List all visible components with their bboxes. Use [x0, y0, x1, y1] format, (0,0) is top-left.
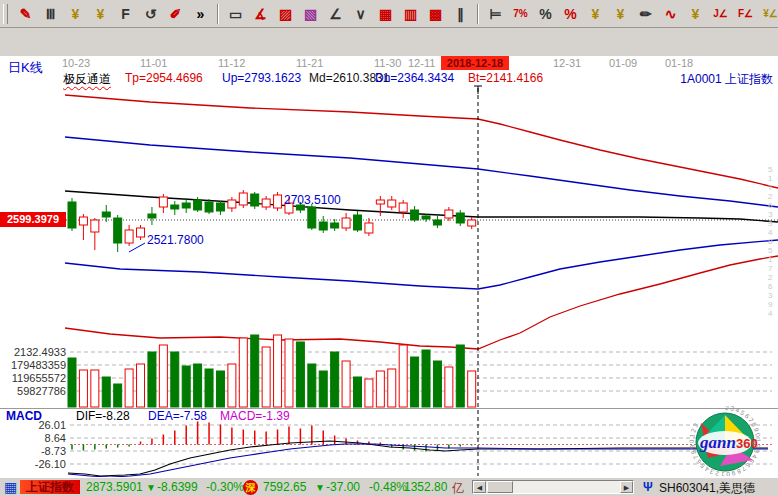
spiral-icon[interactable]: ↺: [139, 3, 162, 25]
scrollbar-thumb[interactable]: [487, 481, 513, 493]
price-grid-icon[interactable]: ▩: [424, 3, 447, 25]
j-angle-icon[interactable]: J∠: [709, 3, 732, 25]
candle-body: [399, 203, 407, 212]
percent-icon[interactable]: %: [534, 3, 557, 25]
candle-body: [422, 216, 430, 219]
sz-index-change-pct: -0.48%: [369, 480, 407, 494]
candle-body: [365, 223, 373, 233]
f-angle-icon-glyph: F∠: [738, 8, 753, 19]
volume-bar: [182, 366, 190, 407]
gann-box-icon-glyph: ▥: [404, 6, 417, 22]
gann-grid-icon[interactable]: ▦: [374, 3, 397, 25]
more-tools-chevron[interactable]: »: [189, 3, 212, 25]
gold-underline-icon[interactable]: ¥: [684, 3, 707, 25]
volume-bar: [137, 364, 145, 407]
wave-band-icon-glyph: ∿: [665, 6, 677, 22]
watermark-digit: 7: [768, 183, 773, 192]
gann-grid-icon-glyph: ▦: [379, 6, 392, 22]
sh-index-badge[interactable]: 上证指数: [20, 480, 80, 494]
wave-band-icon[interactable]: ∿: [659, 3, 682, 25]
candle-body: [228, 200, 236, 208]
scroll-right-button[interactable]: ▶: [620, 481, 633, 493]
logo-part: 360: [736, 436, 758, 451]
gold-angle-icon[interactable]: ¥∠: [759, 3, 778, 25]
sz-index-value: 7592.65: [263, 480, 306, 494]
candle-body: [445, 210, 453, 218]
macd-dea-value: DEA=-7.58: [148, 409, 207, 423]
gold-comb-icon[interactable]: ¥: [64, 3, 87, 25]
brush-icon[interactable]: ✎: [14, 3, 37, 25]
parallel-lines-icon[interactable]: ∥: [449, 3, 472, 25]
candle-body: [125, 230, 133, 243]
date-axis-label: 11-21: [296, 57, 323, 69]
gold-angle-icon-glyph: ¥∠: [763, 8, 778, 19]
volume-bar: [68, 358, 76, 407]
annotation-connector: [129, 243, 145, 252]
gold-comb2-icon[interactable]: ¥: [89, 3, 112, 25]
candle-body: [114, 218, 122, 243]
gann360-logo: 23456789012345678901234567890123gann360: [672, 406, 778, 476]
measure-icon[interactable]: ⊨: [484, 3, 507, 25]
volume-bar: [79, 370, 87, 407]
watermark-digit: 2: [768, 273, 773, 282]
f-angle-icon[interactable]: F∠: [734, 3, 757, 25]
candle-body: [137, 228, 145, 237]
app-window: { "toolbar_row1": {"items": [ {"type":"g…: [0, 0, 778, 496]
sz-market-badge[interactable]: 深: [243, 480, 258, 495]
percent7-icon[interactable]: 7%: [509, 3, 532, 25]
candle-brush-icon[interactable]: ✏: [634, 3, 657, 25]
candle-body: [411, 210, 419, 220]
channel-tp-value: Tp=2954.4696: [125, 71, 203, 85]
volume-bar: [125, 369, 133, 407]
gann-box-icon[interactable]: ▥: [399, 3, 422, 25]
volume-bar: [91, 370, 99, 407]
volume-bar: [285, 339, 293, 407]
candle-body: [331, 223, 339, 228]
macd-scale-label: -8.73: [0, 445, 66, 457]
box-fan-icon[interactable]: ▧: [299, 3, 322, 25]
date-axis-label: 12-31: [553, 57, 581, 69]
f-comb-icon[interactable]: F: [114, 3, 137, 25]
volume-bar: [205, 369, 213, 407]
gold-circle-icon[interactable]: ¥: [584, 3, 607, 25]
watermark-digit: 2: [768, 192, 773, 201]
volume-bar: [102, 377, 110, 407]
market-grid-icon[interactable]: ▦: [4, 479, 17, 495]
comb-grid-icon[interactable]: Ⅲ: [39, 3, 62, 25]
box-select-icon[interactable]: ▭: [224, 3, 247, 25]
volume-bar: [376, 371, 384, 407]
price-annotation-low: 2521.7800: [147, 233, 204, 247]
spiral-icon-glyph: ↺: [145, 6, 157, 22]
box-diagonal-icon[interactable]: ▨: [274, 3, 297, 25]
gold-lines-icon[interactable]: ¥: [609, 3, 632, 25]
toolbar-separator: [217, 4, 219, 24]
angle-line-icon[interactable]: ∠: [324, 3, 347, 25]
watermark-digit: 9: [768, 300, 773, 309]
horizontal-scrollbar[interactable]: ◀ ▶: [472, 480, 634, 494]
date-axis-label: 11-12: [218, 57, 245, 69]
scroll-left-button[interactable]: ◀: [473, 481, 486, 493]
gold-lines-icon-glyph: ¥: [617, 6, 625, 22]
watermark-digit: 9: [768, 219, 773, 228]
macd-scale-label: 26.01: [0, 419, 66, 431]
volume-scale-label: 119655572: [0, 372, 66, 384]
percent-line-icon[interactable]: %: [559, 3, 582, 25]
sh-index-change: -8.6399: [157, 480, 198, 494]
sh-index-change-pct: -0.30%: [206, 480, 244, 494]
price-annotation-high: 2703.5100: [284, 193, 341, 207]
zigzag-icon[interactable]: ∨: [349, 3, 372, 25]
channel-up-value: Up=2793.1623: [222, 71, 301, 85]
brush-ruler-icon[interactable]: ✐: [164, 3, 187, 25]
fan-lines-icon[interactable]: ∡: [249, 3, 272, 25]
candle-body: [433, 220, 441, 225]
macd-hist-value: MACD=-1.39: [220, 409, 290, 423]
watermark-digit: 5: [768, 165, 773, 174]
sh-index-value: 2873.5901: [86, 480, 143, 494]
date-axis-label: 12-11: [408, 57, 435, 69]
turnover-unit: 亿: [452, 480, 464, 496]
candle-body: [251, 194, 259, 206]
box-fan-icon-glyph: ▧: [304, 6, 317, 22]
gold-comb-icon-glyph: ¥: [72, 6, 80, 22]
price-grid-icon-glyph: ▩: [429, 6, 442, 22]
candle-body: [342, 218, 350, 228]
